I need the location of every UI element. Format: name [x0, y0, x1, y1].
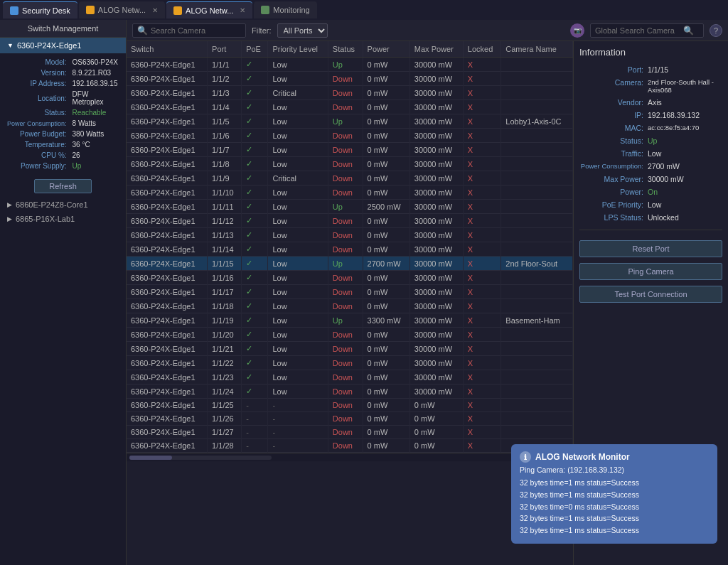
cell-power: 0 mW	[363, 328, 410, 342]
table-row[interactable]: 6360-P24X-Edge1 1/1/26 - - Down 0 mW 0 m…	[127, 412, 573, 426]
table-row[interactable]: 6360-P24X-Edge1 1/1/24 ✓ Low Down 0 mW 3…	[127, 384, 573, 399]
cell-port: 1/1/7	[208, 143, 242, 157]
table-row[interactable]: 6360-P24X-Edge1 1/1/17 ✓ Low Down 0 mW 3…	[127, 285, 573, 299]
table-row[interactable]: 6360-P24X-Edge1 1/1/21 ✓ Low Down 0 mW 3…	[127, 342, 573, 356]
poe-check-icon: ✓	[246, 102, 252, 111]
refresh-button[interactable]: Refresh	[34, 179, 92, 193]
notification-lines: 32 bytes time=1 ms status=Success32 byte…	[520, 477, 709, 537]
cell-power: 0 mW	[363, 399, 410, 412]
search-input[interactable]	[151, 26, 236, 35]
col-max-power: Max Power	[410, 41, 463, 58]
cell-power: 0 mW	[363, 370, 410, 384]
cell-camera	[501, 242, 573, 257]
tab-alog-netw-1[interactable]: ALOG Netw... ✕	[79, 1, 165, 18]
table-row[interactable]: 6360-P24X-Edge1 1/1/5 ✓ Low Up 0 mW 3000…	[127, 114, 573, 129]
help-button[interactable]: ?	[710, 24, 722, 37]
ping-camera-button[interactable]: Ping Camera	[579, 263, 722, 280]
cell-power: 0 mW	[363, 143, 410, 157]
close-tab-1[interactable]: ✕	[152, 6, 158, 14]
cell-port: 1/1/18	[208, 299, 242, 313]
search-box[interactable]: 🔍	[132, 23, 246, 38]
cell-max-power: 30000 mW	[410, 313, 463, 328]
reset-port-button[interactable]: Reset Port	[579, 240, 722, 257]
table-row[interactable]: 6360-P24X-Edge1 1/1/3 ✓ Critical Down 0 …	[127, 86, 573, 100]
monitoring-icon	[261, 6, 269, 14]
table-row[interactable]: 6360-P24X-Edge1 1/1/18 ✓ Low Down 0 mW 3…	[127, 299, 573, 313]
priority-value: Low	[272, 231, 287, 240]
table-row[interactable]: 6360-P24X-Edge1 1/1/7 ✓ Low Down 0 mW 30…	[127, 143, 573, 157]
table-row[interactable]: 6360-P24X-Edge1 1/1/9 ✓ Critical Down 0 …	[127, 171, 573, 185]
cell-priority: Low	[268, 200, 328, 214]
cell-poe: ✓	[242, 370, 268, 384]
switch-item-6860e[interactable]: ▶ 6860E-P24Z8-Core1	[0, 198, 126, 212]
table-row[interactable]: 6360-P24X-Edge1 1/1/25 - - Down 0 mW 0 m…	[127, 399, 573, 412]
port-table: Switch Port PoE Priority Level Status Po…	[127, 41, 573, 453]
cell-poe: ✓	[242, 285, 268, 299]
table-row[interactable]: 6360-P24X-Edge1 1/1/8 ✓ Low Down 0 mW 30…	[127, 157, 573, 171]
cell-max-power: 30000 mW	[410, 100, 463, 114]
security-desk-icon	[10, 6, 18, 15]
test-port-button[interactable]: Test Port Connection	[579, 286, 722, 303]
tab-alog-netw-2[interactable]: ALOG Netw... ✕	[166, 1, 252, 18]
locked-x-icon: X	[468, 302, 473, 311]
table-row[interactable]: 6360-P24X-Edge1 1/1/14 ✓ Low Down 0 mW 3…	[127, 242, 573, 257]
switch-item-6360[interactable]: ▼ 6360-P24X-Edge1	[0, 38, 126, 53]
global-search-input[interactable]	[595, 26, 680, 35]
table-row[interactable]: 6360-P24X-Edge1 1/1/2 ✓ Low Down 0 mW 30…	[127, 72, 573, 86]
info-camera-value: 2nd Floor-South Hall -Axis068	[643, 78, 722, 94]
cell-camera	[501, 72, 573, 86]
switch-item-6865[interactable]: ▶ 6865-P16X-Lab1	[0, 212, 126, 226]
global-search-box[interactable]: 🔍	[590, 23, 704, 38]
locked-x-icon: X	[468, 60, 473, 69]
cell-locked: X	[463, 356, 500, 370]
cell-status: Down	[328, 72, 363, 86]
cell-priority: Low	[268, 356, 328, 370]
table-row[interactable]: 6360-P24X-Edge1 1/1/23 ✓ Low Down 0 mW 3…	[127, 370, 573, 384]
scrollbar-bottom[interactable]	[127, 453, 573, 461]
locked-x-icon: X	[468, 217, 473, 225]
info-max-power-label: Max Power:	[579, 175, 643, 183]
cell-status: Down	[328, 342, 363, 356]
cell-power: 0 mW	[363, 412, 410, 426]
cell-poe: -	[242, 412, 268, 426]
cell-max-power: 30000 mW	[410, 384, 463, 399]
info-port-label: Port:	[579, 65, 643, 74]
table-row[interactable]: 6360-P24X-Edge1 1/1/28 - - Down 0 mW 0 m…	[127, 439, 573, 453]
table-row[interactable]: 6360-P24X-Edge1 1/1/6 ✓ Low Down 0 mW 30…	[127, 129, 573, 143]
table-row[interactable]: 6360-P24X-Edge1 1/1/16 ✓ Low Down 0 mW 3…	[127, 271, 573, 285]
table-row[interactable]: 6360-P24X-Edge1 1/1/20 ✓ Low Down 0 mW 3…	[127, 328, 573, 342]
cell-poe: ✓	[242, 356, 268, 370]
table-row[interactable]: 6360-P24X-Edge1 1/1/13 ✓ Low Down 0 mW 3…	[127, 228, 573, 242]
cell-status: Down	[328, 370, 363, 384]
locked-x-icon: X	[468, 414, 473, 423]
cell-camera: Basement-Ham	[501, 313, 573, 328]
table-row[interactable]: 6360-P24X-Edge1 1/1/27 - - Down 0 mW 0 m…	[127, 426, 573, 439]
table-row[interactable]: 6360-P24X-Edge1 1/1/11 ✓ Low Up 2500 mW …	[127, 200, 573, 214]
close-tab-2[interactable]: ✕	[240, 6, 245, 14]
tab-security-desk[interactable]: Security Desk	[3, 1, 77, 18]
cell-switch: 6360-P24X-Edge1	[127, 100, 208, 114]
cell-poe: ✓	[242, 299, 268, 313]
table-row[interactable]: 6360-P24X-Edge1 1/1/19 ✓ Low Up 3300 mW …	[127, 313, 573, 328]
cell-port: 1/1/6	[208, 129, 242, 143]
pwr-supply-value: Up	[71, 161, 120, 171]
table-row[interactable]: 6360-P24X-Edge1 1/1/10 ✓ Low Down 0 mW 3…	[127, 185, 573, 200]
cell-status: Down	[328, 171, 363, 185]
cell-poe: ✓	[242, 313, 268, 328]
priority-value: Low	[272, 359, 287, 367]
cell-max-power: 30000 mW	[410, 370, 463, 384]
cell-status: Down	[328, 426, 363, 439]
table-row[interactable]: 6360-P24X-Edge1 1/1/15 ✓ Low Up 2700 mW …	[127, 257, 573, 271]
table-row[interactable]: 6360-P24X-Edge1 1/1/4 ✓ Low Down 0 mW 30…	[127, 100, 573, 114]
cell-port: 1/1/19	[208, 313, 242, 328]
cell-switch: 6360-P24X-Edge1	[127, 271, 208, 285]
table-container[interactable]: Switch Port PoE Priority Level Status Po…	[127, 41, 573, 565]
table-row[interactable]: 6360-P24X-Edge1 1/1/22 ✓ Low Down 0 mW 3…	[127, 356, 573, 370]
table-row[interactable]: 6360-P24X-Edge1 1/1/12 ✓ Low Down 0 mW 3…	[127, 214, 573, 228]
cell-camera: 2nd Floor-Sout	[501, 257, 573, 271]
tab-monitoring[interactable]: Monitoring	[254, 1, 316, 18]
table-row[interactable]: 6360-P24X-Edge1 1/1/1 ✓ Low Up 0 mW 3000…	[127, 58, 573, 72]
filter-select[interactable]: All Ports	[277, 23, 328, 38]
cell-max-power: 0 mW	[410, 426, 463, 439]
cell-priority: Low	[268, 143, 328, 157]
